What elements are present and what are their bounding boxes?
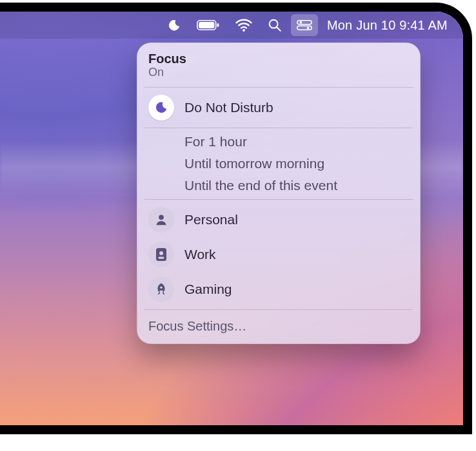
svg-point-3: [243, 29, 245, 32]
svg-rect-13: [159, 257, 164, 259]
focus-title: Focus: [148, 52, 409, 66]
datetime-text: Mon Jun 10 9:41 AM: [327, 18, 448, 33]
battery-status-icon[interactable]: [190, 12, 226, 39]
dnd-option-end-of-event[interactable]: Until the end of this event: [137, 175, 421, 197]
svg-point-12: [159, 251, 163, 255]
person-icon: [148, 207, 174, 233]
spotlight-search-icon[interactable]: [261, 12, 288, 39]
svg-line-5: [277, 27, 280, 30]
do-not-disturb-label: Do Not Disturb: [184, 100, 273, 115]
dnd-option-1-hour[interactable]: For 1 hour: [137, 131, 421, 153]
id-badge-icon: [148, 242, 174, 267]
svg-rect-8: [297, 26, 312, 30]
wifi-status-icon[interactable]: [229, 12, 259, 39]
focus-mode-work[interactable]: Work: [137, 237, 421, 272]
svg-rect-6: [297, 21, 312, 24]
work-label: Work: [184, 247, 216, 262]
divider: [144, 87, 413, 88]
focus-mode-gaming[interactable]: Gaming: [137, 272, 421, 307]
focus-status-icon[interactable]: [161, 12, 188, 39]
divider: [144, 309, 413, 310]
personal-label: Personal: [184, 212, 238, 227]
control-center-icon[interactable]: [291, 14, 318, 36]
svg-point-14: [160, 287, 162, 289]
focus-mode-do-not-disturb[interactable]: Do Not Disturb: [137, 90, 421, 125]
menubar: Mon Jun 10 9:41 AM: [0, 12, 463, 39]
focus-settings-link[interactable]: Focus Settings…: [137, 312, 421, 338]
svg-point-10: [159, 215, 164, 220]
divider: [144, 128, 413, 128]
focus-panel-header: Focus On: [137, 50, 421, 84]
divider: [144, 199, 413, 200]
rocket-icon: [148, 276, 174, 302]
svg-rect-2: [217, 23, 219, 26]
focus-status: On: [148, 66, 409, 79]
svg-point-9: [307, 26, 310, 29]
focus-panel: Focus On Do Not Disturb For 1 hour Until…: [137, 43, 421, 344]
svg-rect-1: [199, 22, 214, 28]
dnd-option-tomorrow-morning[interactable]: Until tomorrow morning: [137, 153, 421, 175]
focus-mode-personal[interactable]: Personal: [137, 202, 421, 237]
moon-icon: [148, 95, 174, 120]
svg-point-7: [299, 21, 302, 24]
gaming-label: Gaming: [184, 282, 232, 297]
menubar-datetime[interactable]: Mon Jun 10 9:41 AM: [321, 12, 454, 39]
